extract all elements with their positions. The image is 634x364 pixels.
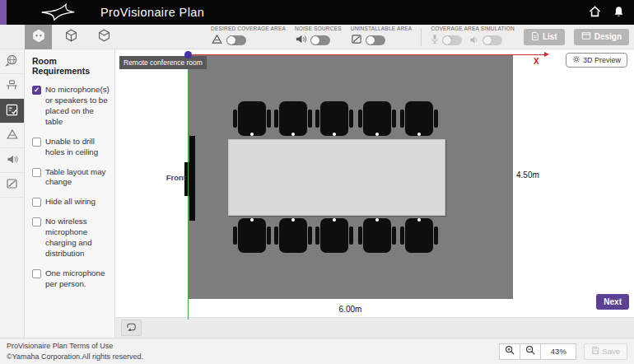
left-nav [0, 49, 25, 338]
footer: ProVisionaire Plan Terms of Use ©Yamaha … [0, 338, 634, 364]
chair[interactable] [279, 101, 307, 136]
requirement-item: One microphone per person. [32, 268, 110, 290]
requirement-label: No microphone(s) or speakers to be place… [45, 85, 110, 128]
next-button[interactable]: Next [596, 294, 629, 310]
sidebar-item-furniture[interactable] [0, 74, 24, 99]
requirement-label: One microphone per person. [45, 268, 110, 290]
uninstallable-area-toggle[interactable] [366, 35, 385, 45]
zoom-level-value: 43% [540, 343, 576, 360]
microphone-icon [431, 33, 439, 48]
terms-of-use-link[interactable]: ProVisionaire Plan Terms of Use [7, 342, 113, 350]
undo-button[interactable] [121, 320, 142, 336]
sidebar-item-hub[interactable] [0, 49, 24, 74]
uninstallable-area-icon [6, 178, 18, 192]
cube-icon [65, 29, 77, 44]
requirement-checkbox[interactable] [32, 86, 41, 95]
chair[interactable] [405, 101, 433, 136]
list-button[interactable]: List [524, 29, 565, 45]
y-axis [188, 54, 189, 320]
simulation-mic-toggle[interactable] [442, 35, 462, 45]
sidebar-item-noise[interactable] [0, 148, 24, 173]
coverage-simulation-label: COVERAGE AREA SIMULATION [431, 26, 514, 31]
x-axis-label: X [534, 57, 539, 66]
window-icon [581, 31, 591, 42]
save-button-label: Save [602, 347, 620, 356]
cube-icon [98, 29, 110, 44]
room-height-dimension: 4.50m [516, 170, 539, 180]
x-axis [188, 54, 544, 55]
requirement-checkbox[interactable] [32, 217, 41, 226]
view-tab-2[interactable] [58, 25, 85, 49]
3d-preview-label: 3D Preview [583, 56, 621, 64]
copyright-text: ©Yamaha Corporation.All rights reserved. [7, 352, 143, 361]
noise-sources-label: NOISE SOURCES [295, 26, 342, 31]
canvas-toolbar [115, 317, 634, 338]
requirement-checkbox[interactable] [32, 269, 41, 278]
topbar-actions [589, 6, 634, 20]
sidebar-item-uninstallable[interactable] [0, 173, 24, 198]
3d-preview-button[interactable]: 3D Preview [566, 53, 627, 68]
chair[interactable] [405, 218, 433, 253]
coverage-area-icon [211, 33, 223, 48]
uninstallable-area-icon [351, 33, 362, 48]
app-title: ProVisionaire Plan [100, 6, 204, 19]
front-label: Front [161, 173, 186, 182]
view-tab-1[interactable] [25, 25, 52, 49]
chair[interactable] [320, 218, 348, 253]
requirement-checkbox[interactable] [32, 198, 41, 207]
requirements-checklist: No microphone(s) or speakers to be place… [32, 85, 110, 290]
toolbar: DESIRED COVERAGE AREA NOISE SOURCES [0, 25, 634, 49]
undo-icon [126, 322, 137, 334]
list-button-label: List [543, 32, 557, 41]
sidebar-item-coverage[interactable] [0, 124, 24, 148]
requirements-icon [5, 103, 19, 119]
cube-icon [32, 29, 45, 45]
requirement-checkbox[interactable] [32, 138, 41, 147]
chair[interactable] [363, 101, 391, 136]
zoom-in-icon [505, 345, 515, 357]
bell-icon [613, 6, 624, 20]
chair[interactable] [363, 218, 391, 253]
room[interactable] [188, 55, 513, 299]
speaker-icon [469, 33, 479, 48]
desired-coverage-toggle[interactable] [226, 35, 246, 45]
plan-canvas[interactable]: Remote conference room 3D Preview X Fron… [115, 49, 634, 338]
origin-handle[interactable] [184, 51, 192, 58]
requirement-item: No wireless microphone charging and dist… [32, 217, 110, 259]
simulation-speaker-toggle[interactable] [482, 35, 502, 45]
save-button[interactable]: Save [584, 343, 627, 360]
sidebar-item-requirements[interactable] [0, 99, 24, 124]
requirement-checkbox[interactable] [32, 168, 41, 177]
requirement-item: Unable to drill holes in ceiling [32, 137, 110, 158]
coverage-simulation-group: COVERAGE AREA SIMULATION [431, 26, 514, 48]
zoom-in-button[interactable] [499, 343, 520, 360]
home-button[interactable] [589, 6, 601, 20]
chair[interactable] [320, 101, 348, 136]
noise-sources-toggle[interactable] [310, 35, 330, 45]
requirement-label: Hide all wiring [45, 197, 96, 208]
view-tab-3[interactable] [91, 25, 118, 49]
desired-coverage-label: DESIRED COVERAGE AREA [211, 26, 286, 31]
document-icon [531, 31, 539, 43]
coverage-area-icon [6, 128, 19, 142]
notifications-button[interactable] [613, 6, 624, 20]
noise-sources-group: NOISE SOURCES [295, 26, 342, 48]
desired-coverage-group: DESIRED COVERAGE AREA [211, 26, 286, 48]
save-icon [591, 346, 599, 357]
chair[interactable] [279, 218, 307, 253]
design-button-label: Design [594, 32, 622, 41]
zoom-out-button[interactable] [520, 343, 541, 360]
design-button[interactable]: Design [574, 29, 629, 45]
view-tabs [25, 25, 118, 49]
chair[interactable] [238, 101, 266, 136]
app-window: ProVisionaire Plan [0, 0, 634, 364]
conference-table[interactable] [228, 139, 445, 216]
gear-icon [572, 55, 580, 65]
toolbar-divider [421, 28, 422, 46]
footer-legal: ProVisionaire Plan Terms of Use ©Yamaha … [7, 341, 143, 362]
room-name-tag: Remote conference room [119, 56, 207, 69]
chair[interactable] [238, 218, 266, 253]
toolbar-toggles: DESIRED COVERAGE AREA NOISE SOURCES [211, 25, 634, 49]
uninstallable-area-group: UNINSTALLABLE AREA [351, 26, 413, 48]
room-width-dimension: 6.00m [188, 305, 513, 314]
